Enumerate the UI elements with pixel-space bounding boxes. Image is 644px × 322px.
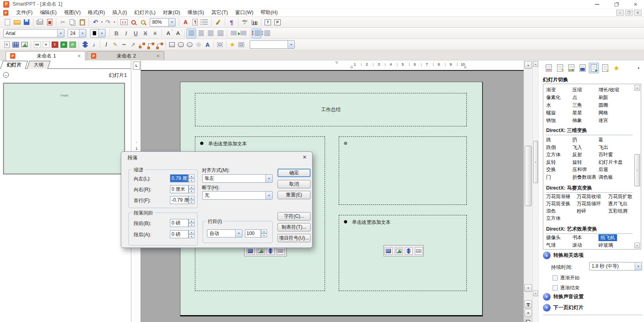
list-scroll-up-icon[interactable]: ▲ (634, 85, 640, 91)
rounded-rectangle-tool-button[interactable] (176, 40, 185, 50)
menu-item[interactable]: 文件(F) (12, 9, 36, 17)
insert-ole-icon[interactable]: ole (277, 247, 285, 255)
table-frame-button[interactable] (11, 40, 20, 50)
previous-slide-icon[interactable]: ⏶ (524, 309, 532, 317)
notes-frame-button[interactable]: P (68, 40, 77, 50)
layout-panel-icon[interactable] (578, 63, 588, 73)
export-pdf-button[interactable] (45, 17, 54, 27)
transition-option[interactable]: 粉碎 (577, 207, 608, 215)
save-button[interactable] (22, 17, 31, 27)
transition-option[interactable]: 万花筒扩散 (608, 193, 632, 200)
bullet-settings-button[interactable] (200, 17, 210, 27)
transition-option[interactable]: 扔 (572, 136, 598, 144)
transition-option[interactable]: 纸飞机 (598, 234, 617, 242)
go-first-slide-icon[interactable]: ▬▲ (524, 300, 532, 308)
decrease-font-button[interactable]: ↓ (173, 29, 183, 38)
transition-option[interactable]: 立方体 (546, 215, 577, 222)
zoom-combo[interactable]: 80% (150, 18, 176, 27)
sound-frame-button[interactable] (89, 40, 98, 50)
menu-item[interactable]: 帮助(H) (257, 9, 281, 17)
collapse-icon[interactable] (543, 252, 551, 259)
title-frame-button[interactable]: T (50, 40, 59, 50)
doc-tab-1[interactable]: P 未命名 1 ✕ (6, 51, 85, 60)
transition-option[interactable]: 反转 (546, 159, 572, 166)
transition-option[interactable]: 逐片飞出 (608, 200, 632, 207)
freehand-tool-button[interactable] (111, 40, 120, 50)
format-panel-icon[interactable] (544, 63, 554, 73)
first-line-spinner[interactable]: ▲▼ (188, 196, 195, 204)
transition-option[interactable]: 螺旋 (546, 109, 572, 117)
decrease-indent-button[interactable] (229, 29, 238, 38)
tab-close-icon[interactable]: ✕ (156, 54, 160, 59)
checkbox-icon[interactable] (553, 275, 558, 281)
transition-option[interactable]: 点 (572, 94, 598, 101)
transition-option[interactable]: 碎玻璃 (598, 242, 617, 249)
text-frame-button[interactable]: ≡ (2, 40, 11, 50)
rectangle-tool-button[interactable] (168, 40, 176, 50)
transition-option[interactable]: 迷宫 (598, 117, 619, 124)
title-placeholder[interactable]: 工作总结 (195, 93, 467, 126)
format-painter-button[interactable] (213, 17, 223, 27)
first-line-indent-marker[interactable]: ▽ (335, 61, 338, 64)
menu-item[interactable]: 其它(T) (208, 9, 232, 17)
connector-elbow-button[interactable] (146, 40, 155, 50)
transition-option[interactable]: 滚动 (572, 242, 598, 249)
fade-in-checkbox-row[interactable]: 逐渐开始 (553, 275, 580, 281)
space-after-input[interactable]: 0 磅 (170, 230, 188, 238)
character-button[interactable]: 字符(C)... (277, 212, 311, 221)
doc-tab-2[interactable]: P 未命名 2 ✕ (87, 51, 164, 60)
insert-image-icon[interactable] (395, 247, 403, 255)
font-color-caret-icon[interactable] (98, 29, 105, 37)
transition-option[interactable]: 书本 (572, 234, 598, 242)
menu-item[interactable]: 编辑(E) (36, 9, 60, 17)
zoom-caret-icon[interactable] (168, 19, 175, 26)
dialog-close-icon[interactable]: ✕ (302, 154, 307, 160)
transition-option[interactable]: 圆圈 (598, 101, 619, 109)
transition-option[interactable]: 飞出 (598, 144, 623, 151)
indent-right-input[interactable]: 0 厘米 (170, 185, 188, 193)
transition-panel-icon[interactable]: ▶ (589, 63, 599, 73)
formatting-marks-button[interactable] (227, 17, 236, 27)
line-spacing-caret-icon[interactable] (235, 230, 242, 237)
ellipse-tool-button[interactable] (185, 40, 194, 50)
transition-option[interactable]: 交换 (546, 166, 572, 173)
transition-option[interactable]: 跌倒 (546, 144, 572, 151)
font-size-caret-icon[interactable] (79, 29, 86, 37)
font-color-button[interactable] (181, 17, 191, 27)
new-document-button[interactable] (2, 17, 12, 27)
transition-option[interactable]: 立方体 (546, 151, 572, 159)
indent-left-spinner[interactable]: ▲▼ (188, 174, 195, 182)
transition-option[interactable]: 飞入 (572, 144, 598, 151)
transition-option[interactable]: 反射 (572, 151, 598, 159)
transition-option[interactable]: 万花筒循环 (577, 200, 608, 207)
scroll-up-icon[interactable]: ▲ (524, 61, 532, 69)
transition-option[interactable]: 三角 (572, 101, 598, 109)
restore-button[interactable] (612, 1, 621, 8)
transition-option[interactable]: 压和弹 (572, 166, 598, 173)
fade-out-checkbox-row[interactable]: 逐渐结束 (553, 285, 580, 291)
transition-option[interactable]: 渐变 (546, 86, 572, 94)
favorites-button[interactable] (228, 40, 237, 50)
ole-frame-button[interactable]: ole (33, 40, 41, 50)
panel-menu-caret-icon[interactable]: ▼ (637, 67, 640, 70)
style-combo-caret-icon[interactable] (288, 41, 294, 48)
tab-close-icon[interactable]: ✕ (77, 54, 81, 59)
return-icon[interactable]: → (3, 72, 9, 78)
cancel-button[interactable]: 取消 (277, 180, 311, 188)
transition-option[interactable]: 跳 (546, 136, 572, 144)
align-center-button[interactable] (196, 29, 206, 38)
transition-option[interactable]: 后退 (598, 166, 623, 173)
mdi-restore-button[interactable]: ❐ (625, 10, 633, 16)
edit-points-button[interactable] (237, 40, 246, 50)
wordart-button[interactable] (203, 40, 212, 50)
insert-table-icon[interactable] (385, 247, 393, 255)
expand-icon[interactable] (543, 304, 551, 312)
alignment-caret-icon[interactable] (265, 175, 272, 182)
bullets-button[interactable]: 项目符号(U)... (277, 234, 311, 242)
transition-option[interactable]: 抽象 (572, 117, 598, 124)
copy-button[interactable] (68, 17, 77, 27)
chart-button[interactable] (250, 17, 259, 27)
line-tool-button[interactable] (102, 40, 111, 50)
effects-panel-icon[interactable]: ★ (600, 63, 610, 73)
transition-option[interactable]: 调色板 (598, 173, 623, 181)
